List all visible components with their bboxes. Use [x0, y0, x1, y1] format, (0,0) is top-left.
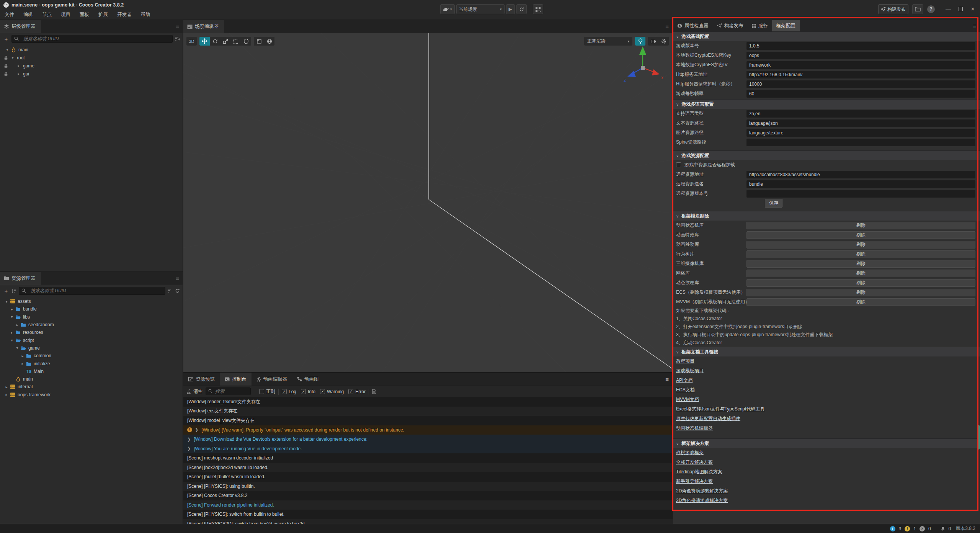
- doc-link[interactable]: ECS文档: [676, 387, 695, 393]
- filter-icon[interactable]: [168, 288, 173, 293]
- assets-tab[interactable]: 资源管理器: [0, 272, 41, 285]
- inspector-tab-plane[interactable]: 构建发布: [713, 20, 748, 31]
- tree-row[interactable]: ▾assets: [4, 298, 183, 305]
- remove-module-button[interactable]: 剔除: [746, 241, 975, 249]
- menu-item[interactable]: 帮助: [141, 11, 150, 18]
- doc-link[interactable]: 游戏模板项目: [676, 368, 704, 374]
- log-row[interactable]: ❯[Window] Download the Vue Devtools exte…: [183, 435, 673, 444]
- close-button[interactable]: ×: [969, 6, 977, 13]
- chevron-down-icon[interactable]: ▾: [9, 315, 15, 319]
- console-tab-preview[interactable]: 资源预览: [183, 373, 220, 386]
- filter-icon[interactable]: [175, 36, 180, 41]
- chevron-right-icon[interactable]: ▸: [4, 385, 9, 389]
- tree-row[interactable]: ▾game: [4, 344, 183, 352]
- scene-viewport[interactable]: 3D 正常渲染 ▾: [183, 33, 673, 372]
- inspector-tab-framework-config[interactable]: 框架配置: [772, 20, 800, 31]
- menu-item[interactable]: 扩展: [98, 11, 108, 18]
- axis-gizmo[interactable]: x z: [620, 44, 666, 90]
- refresh-icon[interactable]: [175, 288, 180, 293]
- warning-badge-icon[interactable]: !: [905, 526, 910, 531]
- remove-module-button[interactable]: 剔除: [746, 279, 975, 287]
- rotate-tool-button[interactable]: [210, 37, 220, 46]
- camera-settings-button[interactable]: [648, 37, 658, 46]
- field-input[interactable]: [746, 180, 975, 188]
- chevron-right-icon[interactable]: ▸: [4, 392, 9, 397]
- rect-tool-button[interactable]: [230, 37, 241, 46]
- console-tab-anim[interactable]: 动画编辑器: [252, 373, 292, 386]
- doc-link[interactable]: MVVM文档: [676, 396, 699, 403]
- doc-link[interactable]: API文档: [676, 377, 693, 384]
- rect-snap-button[interactable]: [254, 37, 264, 46]
- current-scene-select[interactable]: 当前场景 ▾: [456, 4, 505, 14]
- log-row[interactable]: [Window] ecs文件夹存在: [183, 407, 673, 416]
- chevron-down-icon[interactable]: ▾: [15, 346, 20, 350]
- expand-arrow-icon[interactable]: ❯: [187, 446, 191, 451]
- remove-module-button[interactable]: 剔除: [746, 231, 975, 239]
- doc-link[interactable]: 教程项目: [676, 358, 694, 365]
- scale-tool-button[interactable]: [220, 37, 230, 46]
- remove-module-button[interactable]: 剔除: [746, 250, 975, 258]
- build-publish-button[interactable]: 构建发布: [878, 4, 908, 14]
- filter-checkbox-log[interactable]: ✓Log: [282, 389, 296, 394]
- menu-item[interactable]: 编辑: [23, 11, 33, 18]
- console-menu-icon[interactable]: ≡: [665, 373, 669, 386]
- doc-link[interactable]: 原生包热更新配置自动生成插件: [676, 415, 740, 422]
- scene-light-toggle-button[interactable]: [635, 37, 645, 46]
- chevron-right-icon[interactable]: ▸: [16, 64, 21, 68]
- menu-item[interactable]: 开发者: [117, 11, 132, 18]
- world-local-toggle-button[interactable]: [264, 37, 274, 46]
- log-row[interactable]: [Window] model_view文件夹存在: [183, 416, 673, 425]
- tree-row[interactable]: ▾script: [4, 336, 183, 344]
- chevron-right-icon[interactable]: ▸: [20, 361, 25, 366]
- inspector-tab-inspector[interactable]: 属性检查器: [673, 20, 713, 31]
- help-button[interactable]: ?: [927, 5, 935, 13]
- tree-row[interactable]: ▸oops-framework: [4, 391, 183, 399]
- assets-search-input[interactable]: [19, 287, 165, 295]
- tree-row[interactable]: ▸internal: [4, 383, 183, 391]
- section-header[interactable]: ∨框架解决方案: [673, 438, 980, 448]
- field-input[interactable]: [746, 171, 975, 178]
- open-project-folder-button[interactable]: [912, 4, 923, 14]
- render-mode-select[interactable]: 正常渲染 ▾: [584, 37, 632, 46]
- log-row[interactable]: [Scene] meshopt wasm decoder initialized: [183, 453, 673, 463]
- doc-link[interactable]: 3D角色扮演游戏解决方案: [676, 497, 728, 504]
- log-file-icon[interactable]: [372, 389, 376, 394]
- info-badge-icon[interactable]: i: [890, 526, 895, 531]
- console-tab-terminal[interactable]: 控制台: [220, 373, 252, 386]
- inspector-tab-grid[interactable]: 服务: [748, 20, 772, 31]
- log-row[interactable]: [Scene] Forward render pipeline initiali…: [183, 500, 673, 510]
- tree-row[interactable]: ▸common: [4, 352, 183, 360]
- remove-module-button[interactable]: 剔除: [746, 260, 975, 268]
- log-row[interactable]: [Scene] [PHYSICS]: switch from builtin t…: [183, 510, 673, 519]
- log-row[interactable]: [Scene] Cocos Creator v3.8.2: [183, 491, 673, 500]
- field-input[interactable]: [746, 52, 975, 59]
- field-input[interactable]: [746, 90, 975, 98]
- preview-qr-button[interactable]: [533, 4, 543, 14]
- chevron-down-icon[interactable]: ▾: [5, 47, 10, 52]
- play-button[interactable]: ▶: [506, 4, 515, 14]
- create-node-button[interactable]: +: [3, 36, 9, 42]
- expand-arrow-icon[interactable]: ❯: [195, 427, 198, 432]
- section-header[interactable]: ∨框架文档工具链接: [673, 347, 980, 356]
- console-log-list[interactable]: [Window] render_texture文件夹存在[Window] ecs…: [183, 397, 673, 524]
- log-row[interactable]: ❯[Window] You are running Vue in develop…: [183, 444, 673, 454]
- log-row[interactable]: [Window] render_texture文件夹存在: [183, 397, 673, 407]
- chevron-right-icon[interactable]: ▸: [20, 354, 25, 358]
- tree-row[interactable]: TSMain: [4, 368, 183, 375]
- section-header[interactable]: ∨游戏多语言配置: [673, 99, 980, 109]
- doc-link[interactable]: Excel格式转Json文件与TypeScript代码工具: [676, 406, 764, 412]
- field-input[interactable]: [746, 42, 975, 50]
- chevron-down-icon[interactable]: ▾: [10, 56, 15, 60]
- log-row[interactable]: !❯[Window] [Vue warn]: Property "onInput…: [183, 425, 673, 435]
- log-row[interactable]: [Scene] [box2d]:box2d wasm lib loaded.: [183, 463, 673, 473]
- field-input[interactable]: [746, 110, 975, 118]
- chevron-right-icon[interactable]: ▸: [9, 307, 15, 311]
- log-row[interactable]: [Scene] [bullet]:bullet wasm lib loaded.: [183, 472, 673, 482]
- remove-module-button[interactable]: 剔除: [746, 298, 975, 306]
- doc-link[interactable]: 新手引导解决方案: [676, 478, 713, 485]
- tree-row[interactable]: ▸resources: [4, 329, 183, 336]
- console-tab-animgraph[interactable]: 动画图: [292, 373, 324, 386]
- move-tool-button[interactable]: [199, 37, 210, 46]
- section-header[interactable]: ∨游戏基础配置: [673, 31, 980, 41]
- doc-link[interactable]: 全栈开发解决方案: [676, 459, 713, 466]
